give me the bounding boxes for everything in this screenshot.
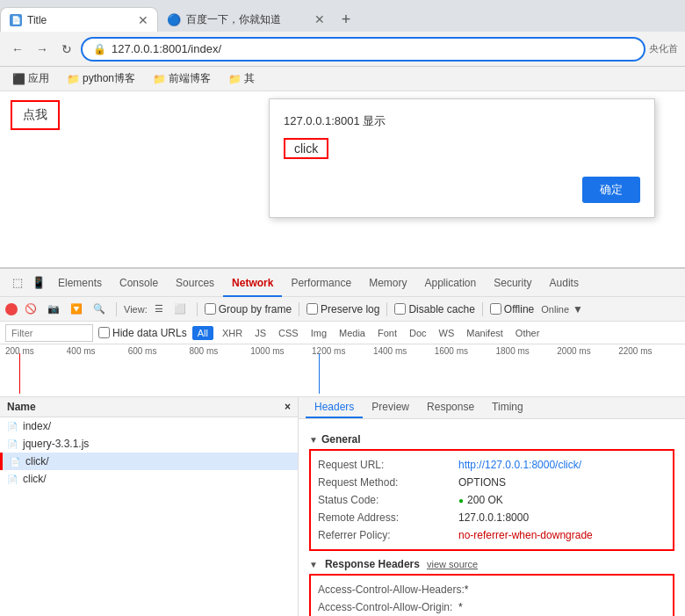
devtools-mobile-icon[interactable]: 📱: [28, 272, 49, 294]
online-label: Online: [541, 304, 569, 315]
tl-1000: 1000 ms: [250, 346, 312, 356]
list-view-button[interactable]: ☰: [151, 301, 167, 316]
allow-headers-row: Access-Control-Allow-Headers: *: [318, 581, 666, 598]
file-item-index[interactable]: 📄 index/: [0, 417, 298, 435]
address-bar[interactable]: 🔒 127.0.0.1:8001/index/: [81, 37, 645, 62]
separator-2: [197, 302, 198, 316]
preserve-log-label[interactable]: Preserve log: [306, 303, 379, 315]
tab-performance[interactable]: Performance: [282, 269, 360, 297]
status-val: 200 OK: [458, 494, 503, 506]
stop-button[interactable]: 🚫: [21, 301, 40, 316]
file-list-header: Name ×: [0, 397, 298, 417]
general-section-title: General: [309, 433, 674, 446]
file-icon-click-2: 📄: [7, 475, 18, 484]
devtools-toolbar: 🚫 📷 🔽 🔍 View: ☰ ⬜ Group by frame Preserv…: [0, 297, 685, 322]
forward-button[interactable]: →: [32, 39, 53, 60]
preserve-log-checkbox[interactable]: [306, 303, 318, 315]
file-item-click-2[interactable]: 📄 click/: [0, 470, 298, 488]
tab-memory[interactable]: Memory: [360, 269, 415, 297]
filter-font[interactable]: Font: [374, 327, 400, 339]
tab-elements[interactable]: Elements: [49, 269, 111, 297]
alert-ok-button[interactable]: 确定: [582, 177, 640, 203]
timeline-blue-bar: [319, 353, 320, 394]
allow-origin-row: Access-Control-Allow-Origin: *: [318, 598, 666, 616]
bookmark-other[interactable]: 📁 其: [223, 69, 260, 88]
filter-media[interactable]: Media: [335, 327, 369, 339]
tab-title-text: Title: [27, 14, 133, 26]
hide-data-urls-checkbox[interactable]: [98, 327, 110, 338]
back-button[interactable]: ←: [7, 39, 28, 60]
new-tab-button[interactable]: +: [334, 7, 358, 32]
frontend-folder-icon: 📁: [153, 73, 166, 85]
filter-doc[interactable]: Doc: [406, 327, 430, 339]
page-click-button[interactable]: 点我: [11, 100, 60, 130]
filter-img[interactable]: Img: [307, 327, 330, 339]
filter-manifest[interactable]: Manifest: [463, 327, 507, 339]
tab-baidu-title: 百度一下，你就知道: [186, 12, 309, 27]
file-item-click-selected[interactable]: 📄 click/: [0, 453, 298, 470]
filter-ws[interactable]: WS: [436, 327, 458, 339]
detail-tab-response[interactable]: Response: [418, 397, 483, 418]
filter-input[interactable]: [5, 324, 93, 342]
tab-close-button[interactable]: ✕: [138, 14, 148, 26]
close-detail-button[interactable]: ×: [285, 401, 291, 413]
offline-checkbox[interactable]: [490, 303, 501, 315]
disable-cache-label[interactable]: Disable cache: [394, 303, 474, 315]
bookmark-apps[interactable]: ⬛ 应用: [7, 69, 54, 88]
disable-cache-checkbox[interactable]: [394, 303, 406, 315]
browser-chrome: 📄 Title ✕ 🔵 百度一下，你就知道 ✕ + ← → ↻ 🔒 127.0.…: [0, 0, 685, 91]
filter-css[interactable]: CSS: [275, 327, 302, 339]
apps-label: 应用: [28, 71, 49, 86]
extension-area: 央化首: [649, 42, 678, 55]
offline-label[interactable]: Offline: [490, 303, 534, 315]
timeline-chart: 200 ms 400 ms 600 ms 800 ms 1000 ms 1200…: [0, 344, 685, 397]
allow-headers-val: *: [465, 583, 469, 596]
tl-400: 400 ms: [67, 346, 128, 356]
timeline-labels: 200 ms 400 ms 600 ms 800 ms 1000 ms 1200…: [0, 346, 685, 356]
method-row: Request Method: OPTIONS: [318, 474, 666, 491]
separator-5: [482, 302, 483, 316]
tl-1400: 1400 ms: [373, 346, 435, 356]
tab-bar: 📄 Title ✕ 🔵 百度一下，你就知道 ✕ +: [0, 0, 685, 32]
tab-baidu-close[interactable]: ✕: [314, 13, 325, 25]
filter-bar: Hide data URLs All XHR JS CSS Img Media …: [0, 322, 685, 344]
waterfall-view-button[interactable]: ⬜: [170, 301, 190, 316]
filter-xhr[interactable]: XHR: [219, 327, 246, 339]
dropdown-icon[interactable]: ▼: [573, 303, 583, 315]
group-frame-checkbox[interactable]: [205, 303, 216, 315]
tab-console[interactable]: Console: [111, 269, 167, 297]
devtools-cursor-icon[interactable]: ⬚: [7, 272, 28, 294]
tab-security[interactable]: Security: [485, 269, 540, 297]
bookmark-python[interactable]: 📁 python博客: [61, 69, 141, 88]
camera-button[interactable]: 📷: [44, 301, 63, 316]
file-icon-click-selected: 📄: [10, 457, 20, 467]
request-url-row: Request URL: http://127.0.0.1:8000/click…: [318, 456, 666, 474]
separator-1: [116, 302, 117, 316]
filter-js[interactable]: JS: [251, 327, 270, 339]
tab-sources[interactable]: Sources: [167, 269, 223, 297]
group-frame-label[interactable]: Group by frame: [205, 303, 292, 315]
python-label: python博客: [83, 71, 135, 86]
tab-audits[interactable]: Audits: [541, 269, 588, 297]
detail-tab-timing[interactable]: Timing: [483, 397, 532, 418]
tab-application[interactable]: Application: [415, 269, 485, 297]
devtools-tab-bar: ⬚ 📱 Elements Console Sources Network Per…: [0, 269, 685, 297]
detail-tab-headers[interactable]: Headers: [306, 397, 363, 418]
allow-headers-key: Access-Control-Allow-Headers:: [318, 583, 465, 596]
refresh-button[interactable]: ↻: [56, 39, 77, 60]
view-source-link[interactable]: view source: [427, 559, 478, 569]
detail-tab-preview[interactable]: Preview: [363, 397, 418, 418]
separator-4: [386, 302, 387, 316]
other-folder-icon: 📁: [228, 73, 242, 85]
filter-all-button[interactable]: All: [192, 326, 213, 340]
tab-baidu[interactable]: 🔵 百度一下，你就知道 ✕: [158, 7, 334, 32]
file-item-jquery[interactable]: 📄 jquery-3.3.1.js: [0, 435, 298, 453]
filter-button[interactable]: 🔽: [67, 301, 86, 316]
bookmark-frontend[interactable]: 📁 前端博客: [148, 69, 216, 88]
search-button[interactable]: 🔍: [90, 301, 109, 316]
hide-data-urls-label[interactable]: Hide data URLs: [98, 327, 187, 339]
tab-network[interactable]: Network: [223, 269, 282, 297]
record-button[interactable]: [5, 303, 18, 315]
filter-other[interactable]: Other: [512, 327, 544, 339]
tab-title[interactable]: 📄 Title ✕: [0, 7, 158, 32]
